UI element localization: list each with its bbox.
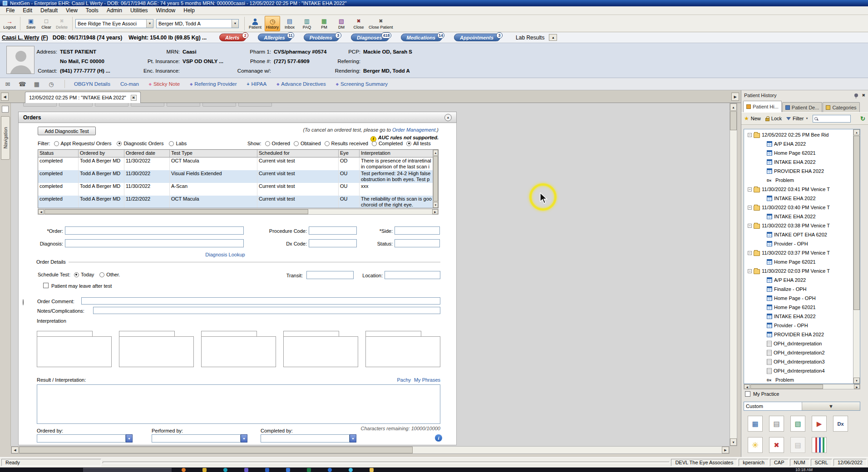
column-header-scheduled-for[interactable]: Scheduled for	[257, 150, 339, 157]
menu-item-default[interactable]: Default	[36, 7, 62, 14]
toolbar-button-history[interactable]: History	[265, 16, 280, 31]
tab-patient-hi[interactable]: Patient Hi...	[743, 101, 782, 112]
filter-option-labs[interactable]: Labs	[169, 141, 187, 146]
patient-leave-checkbox[interactable]	[43, 283, 49, 288]
toolbar-button-dm[interactable]: DM	[334, 16, 349, 31]
tree-doc-row[interactable]: DxProblem	[744, 375, 853, 384]
my-practice-checkbox[interactable]	[745, 391, 750, 397]
main-vertical-scrollbar[interactable]: ▲ ▼	[730, 103, 737, 446]
orders-header[interactable]: Orders ▲	[18, 112, 457, 123]
tree-folder-row[interactable]: −11/30/2022 02:03 PM Venice T	[744, 266, 853, 275]
notes-complications-input[interactable]	[93, 307, 440, 314]
logout-button[interactable]: Logout	[2, 16, 17, 31]
scroll-up-icon[interactable]: ▲	[853, 129, 860, 135]
scroll-thumb[interactable]	[44, 209, 308, 214]
scroll-track[interactable]	[433, 156, 438, 202]
collapse-toggle-icon[interactable]: −	[748, 206, 752, 210]
scroll-track[interactable]	[19, 447, 722, 453]
menu-item-file[interactable]: File	[2, 7, 19, 14]
refresh-icon[interactable]: ↻	[860, 115, 865, 122]
tree-doc-row[interactable]: Provider - OPH	[744, 239, 853, 248]
tree-folder-row[interactable]: −11/30/2022 03:37 PM Venice T	[744, 248, 853, 257]
tab-scroll-right-button[interactable]: ▶	[731, 93, 739, 101]
tab-close-icon[interactable]: ✖	[131, 95, 137, 101]
taskbar-active-window[interactable]	[83, 468, 172, 472]
transit-input[interactable]	[306, 271, 354, 279]
filter-option-appt-requests-orders[interactable]: Appt Requests/ Orders	[54, 141, 112, 146]
interpretation-box-body[interactable]	[283, 336, 358, 367]
navigation-icon[interactable]	[2, 106, 9, 113]
show-option-obtained[interactable]: Obtained	[294, 141, 321, 146]
interpretation-box[interactable]	[365, 331, 440, 367]
table-row[interactable]: completedTodd A Berger MD11/30/2022OCT M…	[38, 157, 433, 170]
tree-doc-row[interactable]: Home Page - OPH	[744, 294, 853, 303]
delete-button[interactable]: Delete	[54, 16, 69, 31]
pachy-link[interactable]: Pachy	[397, 377, 411, 383]
table-vertical-scrollbar[interactable]: ▲ ▼	[433, 150, 438, 208]
collapse-section-icon[interactable]: ▲	[444, 114, 452, 121]
badge-allergies[interactable]: Allergies11	[258, 34, 291, 41]
tree-folder-row[interactable]: −12/05/2022 02:25 PM Bee Rid	[744, 130, 853, 139]
order-comment-input[interactable]	[81, 297, 440, 305]
tree-doc-row[interactable]: INTAKE EHA 2022	[744, 312, 853, 321]
status-input[interactable]	[395, 239, 440, 247]
toolbar-button-close-patient[interactable]: Close Patient	[368, 16, 394, 31]
menu-item-tools[interactable]: Tools	[82, 7, 103, 14]
tree-doc-row[interactable]: A/P EHA 2022	[744, 275, 853, 285]
performed-by-dropdown-button[interactable]: ▼	[241, 434, 247, 442]
link-hipaa[interactable]: +HIPAA	[247, 81, 267, 87]
scroll-track[interactable]	[750, 384, 854, 389]
scroll-thumb[interactable]	[730, 111, 737, 130]
worksheet-icon[interactable]	[748, 416, 763, 432]
diagnosis-lookup-link[interactable]: Diagnosis Lookup	[189, 252, 261, 257]
menu-item-admin[interactable]: Admin	[103, 7, 126, 14]
tree-doc-row[interactable]: Provider - OPH	[744, 321, 853, 330]
scroll-up-icon[interactable]: ▲	[730, 103, 737, 111]
menu-item-help[interactable]: Help	[179, 7, 199, 14]
show-option-completed[interactable]: Completed	[372, 141, 403, 146]
completed-by-input[interactable]	[261, 434, 350, 442]
add-diagnostic-test-button[interactable]: Add Diagnostic Test	[38, 127, 96, 135]
tree-doc-row[interactable]: OPH_dxInterpretation	[744, 339, 853, 348]
scroll-right-icon[interactable]: ▶	[854, 384, 860, 389]
show-option-results-received[interactable]: Results received	[325, 141, 368, 146]
collapse-toggle-icon[interactable]: −	[748, 224, 752, 228]
interpretation-box[interactable]	[201, 331, 276, 367]
flower-icon[interactable]	[748, 437, 763, 453]
scroll-down-icon[interactable]: ▼	[433, 202, 438, 208]
column-header-status[interactable]: Status	[38, 150, 79, 157]
launch-icon[interactable]	[812, 416, 827, 432]
tree-doc-row[interactable]: PROVIDER EHA 2022	[744, 330, 853, 339]
scroll-left-icon[interactable]: ◀	[11, 447, 19, 453]
scroll-right-icon[interactable]: ▶	[432, 209, 438, 214]
table-horizontal-scrollbar[interactable]: ◀ ▶	[38, 209, 439, 215]
tree-doc-row[interactable]: INTAKE OPT EHA 6202	[744, 230, 853, 239]
chevron-down-icon[interactable]: ▼	[232, 20, 238, 28]
scroll-down-icon[interactable]: ▼	[853, 378, 860, 384]
table-row[interactable]: completedTodd A Berger MD11/30/2022Visua…	[38, 170, 433, 183]
tree-folder-row[interactable]: −11/30/2022 03:40 PM Venice T	[744, 203, 853, 212]
link-sticky-note[interactable]: ◆Sticky Note	[149, 81, 180, 87]
location-input[interactable]	[385, 271, 440, 279]
info-icon[interactable]: i	[435, 434, 442, 442]
filter-button[interactable]: Filter▼	[786, 116, 808, 121]
scroll-track[interactable]	[730, 111, 737, 438]
tree-horizontal-scrollbar[interactable]: ◀ ▶	[744, 384, 860, 389]
history-filter-select[interactable]: Custom ▼	[744, 402, 860, 411]
collapse-toggle-icon[interactable]: −	[748, 251, 752, 255]
patient-chart-icon[interactable]	[790, 416, 805, 432]
template-icon[interactable]	[769, 416, 784, 432]
tree-doc-row[interactable]: Finalize - OPH	[744, 285, 853, 294]
table-row[interactable]: completedTodd A Berger MD11/30/2022A-Sca…	[38, 183, 433, 196]
labs-icon[interactable]	[812, 437, 827, 453]
toolbar-button-pm[interactable]: PM	[316, 16, 332, 31]
side-input[interactable]	[395, 226, 440, 235]
menu-item-view[interactable]: View	[62, 7, 82, 14]
completed-by-dropdown-button[interactable]: ▼	[350, 434, 356, 442]
result-interpretation-textarea[interactable]	[37, 384, 440, 424]
tree-folder-row[interactable]: −11/30/2022 03:38 PM Venice T	[744, 221, 853, 230]
collapsed-section-stub[interactable]	[95, 103, 128, 107]
procedure-code-input[interactable]	[309, 226, 357, 235]
tree-doc-row[interactable]: PROVIDER EHA 2022	[744, 167, 853, 176]
lab-results-label[interactable]: Lab Results	[516, 34, 544, 41]
